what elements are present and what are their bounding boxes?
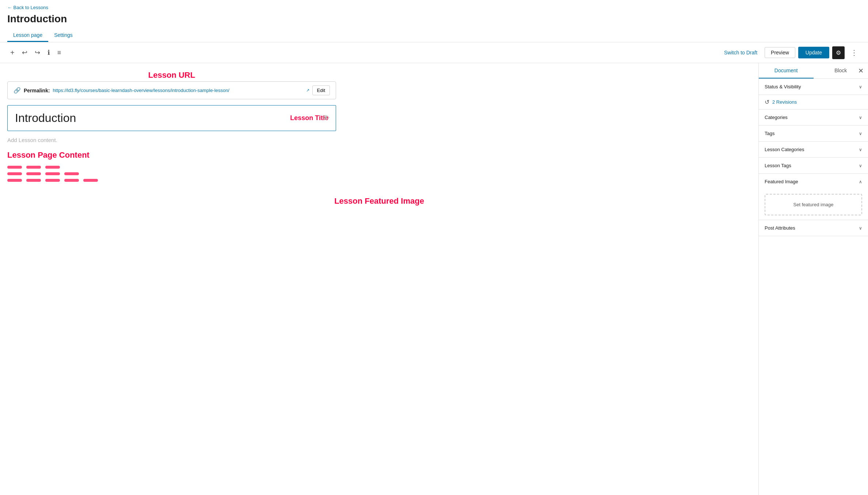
permalink-bar: 🔗 Permalink: https://ld3.fly/courses/bas… [7,81,336,99]
chevron-down-icon-6: ∨ [859,226,862,231]
visibility-icon[interactable]: 👁 [322,114,330,123]
lesson-url-annotation: Lesson URL [7,70,336,80]
add-icon: + [10,49,15,57]
more-options-button[interactable]: ⋮ [848,46,861,59]
page-title: Introduction [7,13,861,25]
block-placeholder-row-2 [7,172,751,175]
list-icon: ≡ [57,49,61,57]
section-post-attributes-header[interactable]: Post Attributes ∨ [759,220,868,236]
section-lesson-categories-label: Lesson Categories [765,147,804,152]
page-tabs: Lesson page Settings [7,29,861,42]
block-dot-9 [26,179,41,182]
revisions-icon: ↺ [765,99,769,105]
redo-button[interactable]: ↪ [32,46,43,59]
section-post-attributes: Post Attributes ∨ [759,220,868,236]
section-tags-header[interactable]: Tags ∨ [759,126,868,141]
block-dot-5 [26,172,41,175]
content-placeholder[interactable]: Add Lesson content. [7,137,751,143]
block-dot-11 [64,179,79,182]
block-placeholder-row-1 [7,166,751,169]
section-status-visibility-header[interactable]: Status & Visibility ∨ [759,79,868,95]
section-categories-label: Categories [765,115,788,120]
top-bar: ← Back to Lessons Introduction Lesson pa… [0,0,868,42]
section-tags-label: Tags [765,131,774,136]
editor-area: Lesson URL 🔗 Permalink: https://ld3.fly/… [0,63,758,495]
chevron-down-icon: ∨ [859,84,862,89]
permalink-url[interactable]: https://ld3.fly/courses/basic-learndash-… [53,88,303,93]
section-status-visibility-label: Status & Visibility [765,84,801,89]
section-lesson-categories-header[interactable]: Lesson Categories ∨ [759,142,868,157]
section-categories-header[interactable]: Categories ∨ [759,110,868,125]
more-icon: ⋮ [850,49,858,57]
title-area[interactable]: Introduction Lesson Title 👁 [7,105,336,131]
chevron-down-icon-5: ∨ [859,163,862,168]
chevron-down-icon-2: ∨ [859,115,862,120]
section-lesson-tags: Lesson Tags ∨ [759,158,868,174]
lesson-page-content-annotation: Lesson Page Content [7,150,751,160]
tab-lesson-page[interactable]: Lesson page [7,29,48,42]
lesson-title[interactable]: Introduction [15,111,286,125]
revisions-row[interactable]: ↺ 2 Revisions [759,95,868,110]
preview-button[interactable]: Preview [765,47,795,58]
info-button[interactable]: ℹ [45,46,53,59]
close-icon: ✕ [858,67,864,74]
sidebar-tab-document[interactable]: Document [759,63,814,78]
main-layout: Lesson URL 🔗 Permalink: https://ld3.fly/… [0,63,868,495]
section-lesson-categories: Lesson Categories ∨ [759,142,868,158]
block-dot-7 [64,172,79,175]
permalink-label: Permalink: [24,88,50,93]
section-featured-image: Featured Image ∧ Set featured image [759,174,868,220]
section-featured-image-header[interactable]: Featured Image ∧ [759,174,868,189]
add-block-button[interactable]: + [7,46,18,59]
block-dot-2 [26,166,41,169]
settings-gear-button[interactable]: ⚙ [832,46,845,59]
back-to-lessons-link[interactable]: ← Back to Lessons [7,5,48,10]
tab-settings[interactable]: Settings [48,29,79,42]
sidebar-close-button[interactable]: ✕ [858,67,864,75]
permalink-edit-button[interactable]: Edit [312,85,330,95]
block-dot-4 [7,172,22,175]
sidebar: Document Block ✕ Status & Visibility ∨ ↺… [758,63,868,495]
toolbar: + ↩ ↪ ℹ ≡ Switch to Draft Preview Update… [0,42,868,63]
gear-icon: ⚙ [836,50,841,56]
toolbar-right: Switch to Draft Preview Update ⚙ ⋮ [720,46,861,59]
external-link-icon: ↗ [306,88,309,93]
section-categories: Categories ∨ [759,110,868,126]
undo-button[interactable]: ↩ [19,46,30,59]
update-button[interactable]: Update [798,47,829,58]
set-featured-image-button[interactable]: Set featured image [765,194,862,215]
permalink-chain-icon: 🔗 [14,87,21,94]
switch-to-draft-button[interactable]: Switch to Draft [720,47,762,58]
info-icon: ℹ [47,49,50,57]
section-lesson-tags-label: Lesson Tags [765,163,791,168]
section-lesson-tags-header[interactable]: Lesson Tags ∨ [759,158,868,173]
section-status-visibility: Status & Visibility ∨ [759,79,868,95]
section-tags: Tags ∨ [759,126,868,142]
undo-icon: ↩ [22,49,27,57]
list-view-button[interactable]: ≡ [54,47,64,59]
block-dot-8 [7,179,22,182]
chevron-down-icon-3: ∨ [859,131,862,136]
block-dot-6 [45,172,60,175]
lesson-featured-image-annotation: Lesson Featured Image [7,196,751,206]
revisions-label: 2 Revisions [772,99,797,105]
chevron-up-icon: ∧ [859,179,862,184]
block-dot-1 [7,166,22,169]
section-post-attributes-label: Post Attributes [765,225,795,231]
chevron-down-icon-4: ∨ [859,147,862,152]
sidebar-tabs: Document Block ✕ [759,63,868,79]
block-placeholder-row-3 [7,179,751,182]
block-dot-12 [83,179,98,182]
block-dot-10 [45,179,60,182]
block-dot-3 [45,166,60,169]
section-featured-image-label: Featured Image [765,179,798,184]
redo-icon: ↪ [35,49,40,57]
